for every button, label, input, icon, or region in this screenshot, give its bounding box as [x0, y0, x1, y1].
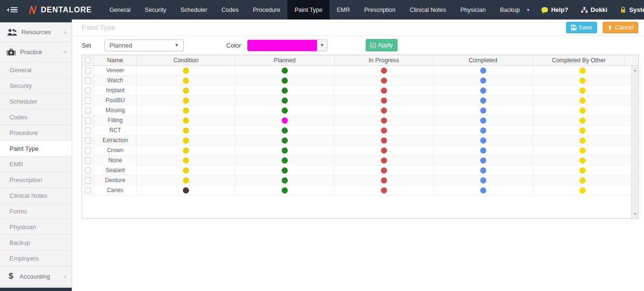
paint-dot-cell-completed-by-other[interactable] [533, 155, 632, 165]
color-dropdown[interactable]: ▼ [247, 39, 328, 51]
sidebar-item-scheduler[interactable]: Scheduler [0, 94, 72, 109]
row-checkbox[interactable] [85, 157, 91, 164]
sidebar-item-forms[interactable]: Forms [0, 204, 72, 219]
paint-dot-cell-completed[interactable] [434, 86, 533, 96]
paint-dot-cell-condition[interactable] [137, 116, 236, 126]
paint-dot-cell-planned[interactable] [236, 96, 334, 106]
sidebar-item-paint-type[interactable]: Paint Type [0, 141, 72, 156]
paint-dot-cell-completed[interactable] [434, 96, 533, 106]
nav-item-backup[interactable]: Backup [493, 0, 527, 19]
paint-dot-cell-in-progress[interactable] [334, 175, 434, 185]
nav-item-physician[interactable]: Physician [453, 0, 493, 19]
paint-dot-cell-condition[interactable] [137, 165, 236, 175]
row-checkbox[interactable] [85, 107, 91, 114]
paint-dot-cell-completed[interactable] [434, 126, 533, 136]
sidebar-item-general[interactable]: General [0, 62, 72, 78]
paint-dot-cell-in-progress[interactable] [334, 155, 434, 165]
paint-dot-cell-completed[interactable] [434, 116, 533, 126]
sidebar-group-resources[interactable]: Resources › [0, 22, 72, 42]
paint-dot-cell-completed[interactable] [434, 165, 533, 175]
row-checkbox[interactable] [85, 167, 91, 174]
paint-dot-cell-planned[interactable] [236, 126, 334, 136]
paint-dot-cell-planned[interactable] [236, 155, 334, 165]
paint-dot-cell-in-progress[interactable] [334, 185, 434, 195]
paint-dot-cell-completed-by-other[interactable] [533, 175, 632, 185]
row-checkbox[interactable] [85, 187, 91, 194]
paint-dot-cell-in-progress[interactable] [334, 136, 434, 146]
sidebar-group-practice[interactable]: Practice › [0, 42, 72, 62]
nav-item-emr[interactable]: EMR [330, 0, 357, 19]
paint-dot-cell-in-progress[interactable] [334, 76, 434, 86]
paint-dot-cell-in-progress[interactable] [334, 86, 434, 96]
paint-dot-cell-completed-by-other[interactable] [533, 165, 632, 175]
set-dropdown[interactable]: Planned ▼ [104, 39, 184, 51]
paint-dot-cell-in-progress[interactable] [334, 126, 434, 136]
paint-dot-cell-condition[interactable] [137, 146, 236, 155]
paint-dot-cell-in-progress[interactable] [334, 146, 434, 155]
paint-dot-cell-planned[interactable] [236, 66, 334, 76]
paint-dot-cell-completed[interactable] [434, 66, 533, 76]
sidebar-item-emr[interactable]: EMR [0, 156, 72, 172]
paint-dot-cell-planned[interactable] [236, 146, 334, 155]
sidebar-group-accounting[interactable]: $ Accounting › [0, 266, 72, 286]
paint-dot-cell-completed-by-other[interactable] [533, 66, 632, 76]
paint-dot-cell-condition[interactable] [137, 86, 236, 96]
paint-dot-cell-completed-by-other[interactable] [533, 106, 632, 116]
row-checkbox[interactable] [85, 87, 91, 94]
apply-button[interactable]: Apply [366, 39, 398, 51]
paint-dot-cell-planned[interactable] [236, 175, 334, 185]
paint-dot-cell-planned[interactable] [236, 116, 334, 126]
nav-item-codes[interactable]: Codes [214, 0, 246, 19]
brand[interactable]: DENTALORE [28, 0, 92, 19]
paint-dot-cell-completed[interactable] [434, 76, 533, 86]
paint-dot-cell-planned[interactable] [236, 136, 334, 146]
paint-dot-cell-condition[interactable] [137, 96, 236, 106]
paint-dot-cell-completed[interactable] [434, 136, 533, 146]
nav-item-security[interactable]: Security [138, 0, 173, 19]
row-checkbox[interactable] [85, 117, 91, 124]
scroll-up-arrow-icon[interactable]: ▲ [632, 68, 638, 72]
row-checkbox[interactable] [85, 97, 91, 104]
paint-dot-cell-condition[interactable] [137, 185, 236, 195]
row-checkbox[interactable] [85, 127, 91, 134]
paint-dot-cell-planned[interactable] [236, 165, 334, 175]
sidebar-collapse-button[interactable] [7, 0, 18, 19]
paint-dot-cell-completed[interactable] [434, 106, 533, 116]
sidebar-item-codes[interactable]: Codes [0, 109, 72, 125]
paint-dot-cell-in-progress[interactable] [334, 116, 434, 126]
row-checkbox[interactable] [85, 68, 91, 74]
paint-dot-cell-condition[interactable] [137, 155, 236, 165]
sidebar-item-security[interactable]: Security [0, 78, 72, 94]
row-checkbox[interactable] [85, 137, 91, 144]
help-link[interactable]: Help? [541, 6, 568, 13]
nav-overflow-caret-icon[interactable]: ▾ [527, 7, 529, 12]
paint-dot-cell-condition[interactable] [137, 106, 236, 116]
paint-dot-cell-condition[interactable] [137, 76, 236, 86]
sidebar-item-prescription[interactable]: Prescription [0, 172, 72, 188]
paint-dot-cell-in-progress[interactable] [334, 165, 434, 175]
paint-dot-cell-in-progress[interactable] [334, 66, 434, 76]
cancel-button[interactable]: Cancel [603, 22, 638, 33]
paint-dot-cell-completed-by-other[interactable] [533, 136, 632, 146]
nav-item-procedure[interactable]: Procedure [246, 0, 287, 19]
paint-dot-cell-condition[interactable] [137, 175, 236, 185]
sidebar-item-employers[interactable]: Employers [0, 251, 72, 266]
nav-item-prescription[interactable]: Prescription [357, 0, 403, 19]
row-checkbox[interactable] [85, 78, 91, 84]
paint-dot-cell-completed-by-other[interactable] [533, 76, 632, 86]
paint-dot-cell-completed-by-other[interactable] [533, 185, 632, 195]
scroll-down-arrow-icon[interactable]: ▼ [632, 212, 638, 215]
sidebar-item-procedure[interactable]: Procedure [0, 125, 72, 141]
paint-dot-cell-completed-by-other[interactable] [533, 86, 632, 96]
paint-dot-cell-condition[interactable] [137, 126, 236, 136]
paint-dot-cell-planned[interactable] [236, 185, 334, 195]
paint-dot-cell-completed-by-other[interactable] [533, 126, 632, 136]
paint-dot-cell-planned[interactable] [236, 106, 334, 116]
paint-dot-cell-completed[interactable] [434, 146, 533, 155]
nav-item-clinical-notes[interactable]: Clinical Notes [403, 0, 453, 19]
account-menu[interactable]: System Administrator ▾ [620, 6, 644, 13]
practice-link[interactable]: Dokki [581, 6, 607, 13]
nav-item-general[interactable]: General [102, 0, 137, 19]
paint-dot-cell-in-progress[interactable] [334, 106, 434, 116]
paint-dot-cell-condition[interactable] [137, 66, 236, 76]
